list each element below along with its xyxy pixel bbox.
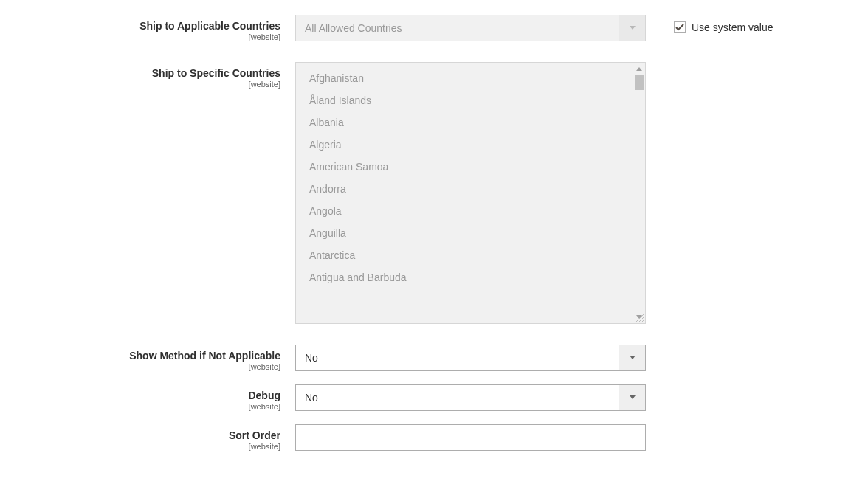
country-option: Angola bbox=[296, 200, 633, 222]
country-option: Algeria bbox=[296, 134, 633, 156]
scrollbar[interactable] bbox=[633, 63, 645, 323]
label-text: Show Method if Not Applicable bbox=[30, 350, 280, 362]
country-option: Afghanistan bbox=[296, 67, 633, 89]
select-value: All Allowed Countries bbox=[296, 15, 619, 41]
country-option: Antarctica bbox=[296, 244, 633, 266]
select-value: No bbox=[296, 385, 619, 410]
country-option: American Samoa bbox=[296, 156, 633, 178]
label-text: Ship to Applicable Countries bbox=[30, 20, 280, 32]
multiselect-list: Afghanistan Åland Islands Albania Algeri… bbox=[296, 63, 633, 323]
scope-text: [website] bbox=[30, 80, 280, 89]
country-option: Åland Islands bbox=[296, 89, 633, 111]
country-option: Andorra bbox=[296, 178, 633, 200]
label-text: Sort Order bbox=[30, 429, 280, 441]
select-value: No bbox=[296, 345, 619, 370]
label-show-method: Show Method if Not Applicable [website] bbox=[30, 345, 295, 371]
chevron-down-icon bbox=[619, 15, 645, 41]
field-show-method: Show Method if Not Applicable [website] … bbox=[30, 345, 838, 371]
field-ship-specific-countries: Ship to Specific Countries [website] Afg… bbox=[30, 62, 838, 324]
debug-select[interactable]: No bbox=[295, 384, 646, 411]
scope-text: [website] bbox=[30, 442, 280, 451]
scope-text: [website] bbox=[30, 402, 280, 411]
sort-order-input[interactable] bbox=[295, 424, 646, 451]
scope-text: [website] bbox=[30, 32, 280, 41]
label-sort-order: Sort Order [website] bbox=[30, 424, 295, 451]
use-system-value-label[interactable]: Use system value bbox=[692, 21, 773, 33]
resize-handle-icon[interactable] bbox=[635, 313, 644, 322]
field-sort-order: Sort Order [website] bbox=[30, 424, 838, 451]
ship-applicable-countries-select: All Allowed Countries bbox=[295, 15, 646, 41]
country-option: Anguilla bbox=[296, 222, 633, 244]
label-ship-applicable-countries: Ship to Applicable Countries [website] bbox=[30, 15, 295, 41]
svg-line-2 bbox=[642, 320, 644, 322]
scope-text: [website] bbox=[30, 362, 280, 371]
use-system-value-checkbox[interactable] bbox=[674, 21, 686, 33]
label-debug: Debug [website] bbox=[30, 384, 295, 411]
scroll-up-icon[interactable] bbox=[633, 63, 645, 75]
country-option: Albania bbox=[296, 111, 633, 134]
chevron-down-icon bbox=[619, 345, 645, 370]
chevron-down-icon bbox=[619, 385, 645, 410]
field-ship-applicable-countries: Ship to Applicable Countries [website] A… bbox=[30, 15, 838, 41]
country-option: Antigua and Barbuda bbox=[296, 266, 633, 288]
label-ship-specific-countries: Ship to Specific Countries [website] bbox=[30, 62, 295, 89]
label-text: Ship to Specific Countries bbox=[30, 67, 280, 79]
ship-specific-countries-multiselect: Afghanistan Åland Islands Albania Algeri… bbox=[295, 62, 646, 324]
field-debug: Debug [website] No bbox=[30, 384, 838, 411]
show-method-select[interactable]: No bbox=[295, 345, 646, 371]
label-text: Debug bbox=[30, 390, 280, 401]
scroll-thumb[interactable] bbox=[635, 75, 644, 90]
